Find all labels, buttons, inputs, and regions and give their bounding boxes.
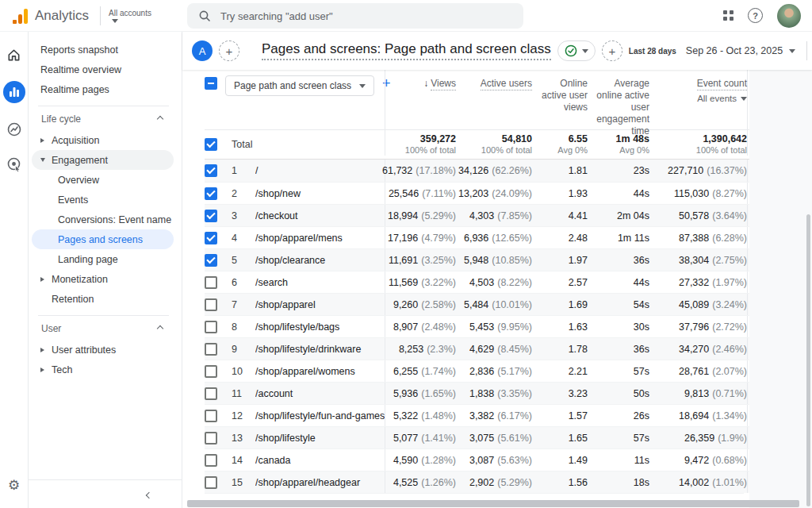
nav-rail: ⚙: [0, 32, 29, 508]
column-header-views[interactable]: ↓Views: [385, 70, 456, 137]
table-row: 10 /shop/apparel/womens 6,255(1.74%) 2,8…: [205, 360, 749, 382]
add-report-button[interactable]: +: [602, 40, 622, 61]
row-checkbox[interactable]: [205, 187, 217, 200]
table-row: 5 /shop/clearance 11,691(3.25%) 5,948(10…: [205, 248, 749, 271]
active-users-cell: 1,838(3.35%): [456, 383, 532, 404]
explore-icon[interactable]: [6, 121, 23, 138]
analytics-logo-icon: [13, 8, 28, 24]
event-count-cell: 115,030(8.27%): [649, 183, 748, 204]
expand-arrow-icon: [40, 348, 52, 352]
views-cell: 4,525(1.26%): [385, 471, 456, 493]
sidebar-item-pages-and-screens[interactable]: Pages and screens: [32, 229, 174, 249]
row-checkbox[interactable]: [205, 232, 217, 244]
avg-engagement-time-cell: 11s: [588, 449, 649, 471]
active-users-cell: 5,453(9.95%): [456, 316, 532, 337]
sidebar-footer: [29, 479, 182, 508]
avatar[interactable]: [777, 4, 801, 28]
sidebar-item-engagement[interactable]: Engagement: [32, 150, 174, 170]
home-icon[interactable]: [6, 46, 23, 64]
row-checkbox[interactable]: [205, 476, 217, 489]
row-checkbox[interactable]: [205, 410, 217, 422]
sidebar-item-tech[interactable]: Tech: [32, 360, 174, 379]
expand-arrow-icon: [40, 368, 52, 372]
row-checkbox[interactable]: [205, 365, 217, 378]
sort-desc-icon: ↓: [423, 78, 428, 89]
column-header-event-count[interactable]: Event count All events: [649, 70, 748, 137]
sidebar-item-events[interactable]: Events: [32, 190, 174, 210]
column-header-active-users[interactable]: Active users: [456, 70, 532, 137]
sidebar-item-user[interactable]: User: [32, 318, 174, 340]
sidebar-item-acquisition[interactable]: Acquisition: [32, 130, 174, 150]
search-input[interactable]: Try searching "add user": [187, 3, 523, 29]
avg-engagement-time-cell: 30s: [588, 316, 649, 337]
workspace-avatar[interactable]: A: [192, 40, 213, 61]
sidebar-item-overview[interactable]: Overview: [32, 170, 174, 190]
views-cell: 25,546(7.11%): [385, 183, 456, 204]
chevron-down-icon: [582, 49, 588, 53]
chevron-down-icon: [359, 84, 366, 88]
help-icon[interactable]: ?: [748, 8, 763, 23]
apps-grid-icon[interactable]: [723, 10, 733, 21]
advertising-icon[interactable]: [6, 156, 23, 173]
row-checkbox[interactable]: [205, 210, 217, 222]
sidebar-item-monetization[interactable]: Monetization: [32, 269, 174, 289]
page-path: /shop/apparel/headgear: [255, 477, 385, 488]
sidebar-item-reports-snapshot[interactable]: Reports snapshot: [32, 40, 174, 60]
report-status-pill[interactable]: [557, 40, 596, 61]
totals-checkbox[interactable]: [205, 138, 217, 151]
active-users-cell: 4,503(8.22%): [456, 271, 532, 293]
add-workspace-button[interactable]: +: [219, 40, 239, 61]
sidebar-item-realtime-overview[interactable]: Realtime overview: [32, 60, 174, 79]
avg-engagement-time-cell: 44s: [588, 271, 649, 293]
reports-icon[interactable]: [3, 81, 25, 103]
sidebar-item-user-attributes[interactable]: User attributes: [32, 340, 174, 360]
select-all-checkbox[interactable]: [205, 77, 217, 90]
brand-name: Analytics: [35, 8, 89, 24]
account-label: All accounts: [109, 9, 151, 17]
main-area: A + Pages and screens: Page path and scr…: [182, 32, 812, 508]
row-checkbox[interactable]: [205, 254, 217, 267]
report-title[interactable]: Pages and screens: Page path and screen …: [262, 41, 551, 60]
account-switcher[interactable]: All accounts: [109, 9, 151, 23]
vertical-scrollbar[interactable]: [806, 214, 810, 506]
sidebar-item-conversions-event-name[interactable]: Conversions: Event name: [32, 210, 174, 229]
row-checkbox[interactable]: [205, 387, 217, 400]
event-count-cell: 26,359(1.9%): [649, 427, 748, 448]
sidebar-item-retention[interactable]: Retention: [32, 289, 174, 309]
sidebar-item-realtime-pages[interactable]: Realtime pages: [32, 79, 174, 99]
row-checkbox[interactable]: [205, 343, 217, 356]
views-cell: 8,907(2.48%): [385, 316, 456, 337]
active-users-cell: 2,902(5.29%): [456, 471, 532, 493]
column-header-avg-engagement-time[interactable]: Average online active user engagement ti…: [588, 70, 649, 137]
row-index: 8: [232, 321, 255, 333]
row-index: 15: [232, 477, 255, 488]
row-checkbox[interactable]: [205, 454, 217, 467]
sidebar-item-landing-page[interactable]: Landing page: [32, 249, 174, 269]
row-index: 14: [232, 455, 255, 466]
date-range-selector[interactable]: Sep 26 - Oct 23, 2025: [686, 45, 783, 56]
table-row: 15 /shop/apparel/headgear 4,525(1.26%) 2…: [205, 471, 749, 493]
row-index: 7: [232, 299, 255, 310]
dimension-selector[interactable]: Page path and screen class: [225, 75, 374, 96]
column-header-online-active-user-views[interactable]: Online active user views: [532, 70, 588, 137]
admin-gear-icon[interactable]: ⚙: [8, 477, 20, 494]
expand-arrow-icon: [40, 277, 52, 282]
report-sidebar: Reports snapshot Realtime overview Realt…: [29, 32, 182, 508]
row-checkbox[interactable]: [205, 432, 217, 444]
row-checkbox[interactable]: [205, 276, 217, 289]
table-header-row: Page path and screen class + ↓Views Acti…: [205, 70, 749, 129]
page-path: /account: [255, 388, 385, 399]
table-row: 1 / 61,732(17.18%) 34,126(62.26%) 1.81 2…: [205, 160, 749, 182]
row-checkbox[interactable]: [205, 321, 217, 333]
horizontal-scrollbar[interactable]: [187, 500, 799, 507]
active-users-cell: 3,075(5.61%): [456, 427, 532, 448]
table-row: 9 /shop/lifestyle/drinkware 8,253(2.3%) …: [205, 337, 749, 360]
views-cell: 5,936(1.65%): [385, 383, 456, 404]
collapse-chevron-icon: [157, 116, 163, 122]
collapse-sidebar-button[interactable]: [147, 489, 151, 500]
event-filter-dropdown[interactable]: All events: [697, 93, 747, 105]
row-checkbox[interactable]: [205, 164, 217, 177]
row-checkbox[interactable]: [205, 298, 217, 311]
expand-arrow-icon: [40, 158, 52, 162]
sidebar-item-life-cycle[interactable]: Life cycle: [32, 108, 174, 130]
